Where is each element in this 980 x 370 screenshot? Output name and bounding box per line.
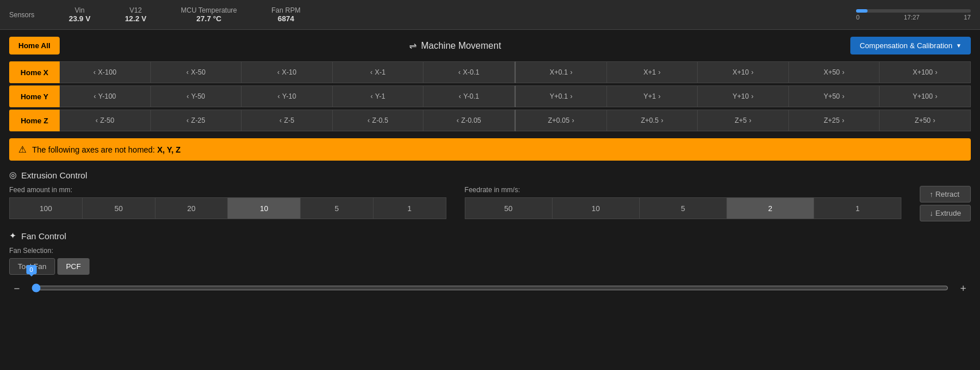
feed-1[interactable]: 1 bbox=[373, 197, 446, 219]
v12-value: 12.2 V bbox=[125, 14, 147, 23]
sensors-label: Sensors bbox=[9, 11, 34, 19]
fan-tabs: Tool Fan PCF bbox=[9, 258, 971, 275]
y-pos-1[interactable]: Y+1 › bbox=[607, 86, 698, 107]
warning-text: The following axes are not homed: X, Y, … bbox=[32, 145, 181, 154]
fan-header: ✦ Fan Control bbox=[9, 231, 971, 241]
main-content: Home All ⇌ Machine Movement Compensation… bbox=[0, 30, 980, 313]
toolbar: Home All ⇌ Machine Movement Compensation… bbox=[9, 37, 971, 54]
vin-value: 23.9 V bbox=[69, 14, 91, 23]
sensor-bar-right: 0 17:27 17 bbox=[856, 9, 971, 21]
z-pos-005[interactable]: Z+0.05 › bbox=[516, 110, 607, 131]
home-y-button[interactable]: Home Y bbox=[9, 85, 60, 107]
z-neg-05[interactable]: ‹ Z-0.5 bbox=[333, 110, 424, 131]
z-pos-25[interactable]: Z+25 › bbox=[789, 110, 880, 131]
z-pos-50[interactable]: Z+50 › bbox=[880, 110, 970, 131]
fan-section: ✦ Fan Control Fan Selection: Tool Fan PC… bbox=[9, 231, 971, 297]
fan-rpm-value: 6874 bbox=[278, 14, 294, 23]
extrusion-icon: ◎ bbox=[9, 170, 17, 180]
time-labels: 0 17:27 17 bbox=[856, 14, 971, 21]
x-pos-1[interactable]: X+1 › bbox=[607, 62, 698, 83]
compensation-calibration-button[interactable]: Compensation & Calibration bbox=[850, 37, 971, 54]
z-pos-05[interactable]: Z+0.5 › bbox=[607, 110, 698, 131]
machine-movement-icon: ⇌ bbox=[409, 40, 417, 51]
feed-100[interactable]: 100 bbox=[9, 197, 82, 219]
vin-label: Vin bbox=[75, 6, 84, 14]
machine-movement-title: ⇌ Machine Movement bbox=[60, 40, 850, 51]
extrusion-title: Extrusion Control bbox=[21, 170, 87, 180]
fan-title: Fan Control bbox=[21, 231, 66, 241]
fan-slider[interactable] bbox=[32, 283, 949, 293]
feedrate-group: Feedrate in mm/s: 50 10 5 2 1 bbox=[465, 186, 902, 219]
y-pos-50[interactable]: Y+50 › bbox=[789, 86, 880, 107]
z-neg-25[interactable]: ‹ Z-25 bbox=[151, 110, 242, 131]
x-neg-50[interactable]: ‹ X-50 bbox=[151, 62, 242, 83]
feed-amount-group: Feed amount in mm: 100 50 20 10 5 1 bbox=[9, 186, 446, 219]
home-all-button[interactable]: Home All bbox=[9, 37, 60, 54]
sensor-group-sensors: Sensors bbox=[9, 11, 34, 19]
fan-selection-label: Fan Selection: bbox=[9, 247, 971, 255]
x-pos-buttons: X+0.1 › X+1 › X+10 › X+50 › X+100 › bbox=[516, 61, 971, 83]
x-neg-1[interactable]: ‹ X-1 bbox=[333, 62, 424, 83]
fan-plus-button[interactable]: + bbox=[955, 281, 971, 297]
mcu-temp-value: 27.7 °C bbox=[196, 14, 221, 23]
warning-axes: X, Y, Z bbox=[157, 145, 181, 154]
time-end: 17 bbox=[964, 14, 971, 21]
feedrate-10[interactable]: 10 bbox=[552, 197, 639, 219]
z-neg-buttons: ‹ Z-50 ‹ Z-25 ‹ Z-5 ‹ Z-0.5 ‹ Z-0.05 bbox=[60, 110, 515, 131]
sensor-group-v12: V12 12.2 V bbox=[125, 6, 147, 23]
feedrate-label: Feedrate in mm/s: bbox=[465, 186, 902, 194]
home-z-button[interactable]: Home Z bbox=[9, 110, 60, 131]
feed-5[interactable]: 5 bbox=[300, 197, 373, 219]
extrude-button[interactable]: ↓ Extrude bbox=[920, 205, 971, 221]
y-pos-01[interactable]: Y+0.1 › bbox=[516, 86, 607, 107]
feed-amount-label: Feed amount in mm: bbox=[9, 186, 446, 194]
x-pos-01[interactable]: X+0.1 › bbox=[516, 62, 607, 83]
axis-controls: Home X ‹ X-100 ‹ X-50 ‹ X-10 ‹ X-1 ‹ X-0… bbox=[9, 61, 971, 131]
fan-slider-row: − 0 + bbox=[9, 281, 971, 297]
feed-10[interactable]: 10 bbox=[227, 197, 300, 219]
retract-button[interactable]: ↑ Retract bbox=[920, 186, 971, 202]
feedrate-2[interactable]: 2 bbox=[726, 197, 814, 219]
x-neg-buttons: ‹ X-100 ‹ X-50 ‹ X-10 ‹ X-1 ‹ X-0.1 bbox=[60, 61, 515, 83]
z-neg-50[interactable]: ‹ Z-50 bbox=[60, 110, 151, 131]
fan-tab-pcf[interactable]: PCF bbox=[57, 258, 90, 275]
feed-50[interactable]: 50 bbox=[82, 197, 155, 219]
x-neg-10[interactable]: ‹ X-10 bbox=[242, 62, 333, 83]
feed-amount-buttons: 100 50 20 10 5 1 bbox=[9, 197, 446, 219]
mcu-temp-label: MCU Temperature bbox=[181, 6, 237, 14]
y-neg-1[interactable]: ‹ Y-1 bbox=[333, 86, 424, 107]
y-neg-01[interactable]: ‹ Y-0.1 bbox=[423, 86, 514, 107]
y-axis-row: Home Y ‹ Y-100 ‹ Y-50 ‹ Y-10 ‹ Y-1 ‹ Y-0… bbox=[9, 85, 971, 107]
time-bar-container bbox=[856, 9, 971, 13]
z-pos-buttons: Z+0.05 › Z+0.5 › Z+5 › Z+25 › Z+50 › bbox=[516, 110, 971, 131]
x-pos-10[interactable]: X+10 › bbox=[698, 62, 789, 83]
warning-icon: ⚠ bbox=[18, 144, 26, 155]
feedrate-1[interactable]: 1 bbox=[814, 197, 901, 219]
y-neg-10[interactable]: ‹ Y-10 bbox=[242, 86, 333, 107]
z-neg-005[interactable]: ‹ Z-0.05 bbox=[423, 110, 514, 131]
y-pos-100[interactable]: Y+100 › bbox=[880, 86, 970, 107]
y-neg-100[interactable]: ‹ Y-100 bbox=[60, 86, 151, 107]
fan-minus-button[interactable]: − bbox=[9, 281, 25, 297]
y-pos-buttons: Y+0.1 › Y+1 › Y+10 › Y+50 › Y+100 › bbox=[516, 85, 971, 107]
y-pos-10[interactable]: Y+10 › bbox=[698, 86, 789, 107]
sensor-bar: Sensors Vin 23.9 V V12 12.2 V MCU Temper… bbox=[0, 0, 980, 30]
feedrate-5[interactable]: 5 bbox=[639, 197, 726, 219]
warning-banner: ⚠ The following axes are not homed: X, Y… bbox=[9, 138, 971, 161]
feed-20[interactable]: 20 bbox=[155, 197, 228, 219]
z-pos-5[interactable]: Z+5 › bbox=[698, 110, 789, 131]
sensor-group-vin: Vin 23.9 V bbox=[69, 6, 91, 23]
x-pos-100[interactable]: X+100 › bbox=[880, 62, 970, 83]
feed-controls: Feed amount in mm: 100 50 20 10 5 1 Feed… bbox=[9, 186, 971, 221]
z-neg-5[interactable]: ‹ Z-5 bbox=[242, 110, 333, 131]
y-neg-50[interactable]: ‹ Y-50 bbox=[151, 86, 242, 107]
x-neg-01[interactable]: ‹ X-0.1 bbox=[423, 62, 514, 83]
x-pos-50[interactable]: X+50 › bbox=[789, 62, 880, 83]
v12-label: V12 bbox=[130, 6, 142, 14]
retract-extrude-group: ↑ Retract ↓ Extrude bbox=[920, 186, 971, 221]
x-neg-100[interactable]: ‹ X-100 bbox=[60, 62, 151, 83]
machine-movement-label: Machine Movement bbox=[421, 41, 501, 51]
extrusion-header: ◎ Extrusion Control bbox=[9, 170, 971, 180]
feedrate-50[interactable]: 50 bbox=[465, 197, 552, 219]
home-x-button[interactable]: Home X bbox=[9, 61, 60, 83]
